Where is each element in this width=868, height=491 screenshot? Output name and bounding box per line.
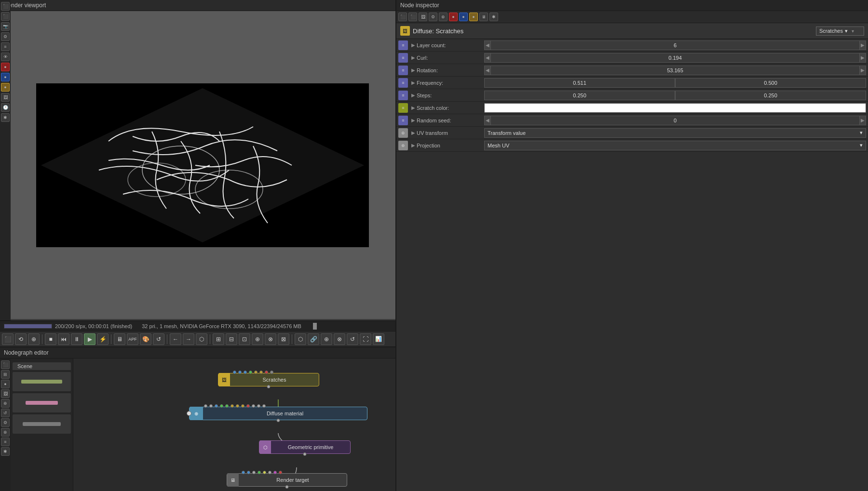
- row-value-steps-1[interactable]: 0.250: [484, 91, 675, 100]
- insp-icon-1[interactable]: ⬛: [398, 13, 407, 21]
- toolbar-3d-btn[interactable]: ⬡: [295, 333, 306, 345]
- toolbar-stop-btn[interactable]: ■: [45, 333, 56, 345]
- row-left-rotation[interactable]: ◀: [484, 66, 491, 75]
- toolbar-grid5-btn[interactable]: ⊗: [265, 333, 276, 345]
- toolbar-first-btn[interactable]: ⏮: [58, 333, 69, 345]
- row-expand-random-seed[interactable]: ▶: [410, 117, 417, 124]
- row-value-random-seed[interactable]: 0: [491, 116, 859, 125]
- insp-icon-10[interactable]: ✱: [489, 13, 498, 21]
- toolbar-sync-btn[interactable]: ↺: [347, 333, 358, 345]
- ng-sidebar-1[interactable]: ⬛: [1, 360, 10, 369]
- toolbar-play-btn[interactable]: ▶: [84, 333, 95, 345]
- row-value-freq-1[interactable]: 0.511: [484, 78, 675, 88]
- node-geom[interactable]: ⬡ Geometric primitive: [259, 440, 351, 454]
- row-value-scratch-color[interactable]: [484, 103, 866, 113]
- row-value-rotation[interactable]: 53.165: [491, 66, 859, 75]
- toolbar-expand-btn[interactable]: ⛶: [360, 333, 371, 345]
- toolbar-refresh-btn[interactable]: ↺: [153, 333, 164, 345]
- toolbar-fast-btn[interactable]: ⚡: [97, 333, 108, 345]
- toolbar-grid3-btn[interactable]: ⊡: [239, 333, 250, 345]
- toolbar-copy-btn[interactable]: ⊕: [321, 333, 332, 345]
- ng-sidebar-10[interactable]: ✱: [1, 447, 10, 456]
- toolbar-paste-btn[interactable]: ⊗: [334, 333, 345, 345]
- viewport-sidebar-icon-12[interactable]: ✱: [1, 113, 10, 122]
- mini-preview-1[interactable]: [13, 372, 71, 391]
- row-right-curl[interactable]: ▶: [859, 53, 866, 63]
- row-expand-steps[interactable]: ▶: [410, 92, 417, 99]
- viewport-sidebar-icon-11[interactable]: 🕐: [1, 103, 10, 112]
- viewport-sidebar-icon-6[interactable]: 👁: [1, 53, 10, 61]
- row-expand-frequency[interactable]: ▶: [410, 80, 417, 86]
- ng-sidebar-6[interactable]: ↺: [1, 409, 10, 417]
- toolbar-grid1-btn[interactable]: ⊞: [213, 333, 224, 345]
- toolbar-render-btn[interactable]: 🖥: [114, 333, 125, 345]
- node-scratches[interactable]: 🖼 Scratches: [218, 373, 319, 386]
- node-render[interactable]: 🖥 Render target: [227, 473, 347, 487]
- toolbar-grid6-btn[interactable]: ⊠: [278, 333, 289, 345]
- insp-icon-6[interactable]: ●: [449, 13, 458, 21]
- ng-sidebar-4[interactable]: 🖼: [1, 389, 10, 398]
- toolbar-apf-btn[interactable]: APF: [127, 333, 138, 345]
- row-expand-rotation[interactable]: ▶: [410, 67, 417, 74]
- insp-icon-4[interactable]: ⚙: [429, 13, 437, 21]
- row-value-layer[interactable]: 6: [491, 40, 859, 50]
- viewport-sidebar-icon-4[interactable]: ⚙: [1, 32, 10, 41]
- ng-sidebar-5[interactable]: ⊕: [1, 399, 10, 408]
- dot-3: [244, 371, 247, 374]
- viewport-sidebar-icon-8[interactable]: ●: [1, 73, 10, 81]
- toolbar-color-btn[interactable]: 🎨: [140, 333, 151, 345]
- toolbar-grid4-btn[interactable]: ⊕: [252, 333, 263, 345]
- insp-icon-5[interactable]: ⊕: [439, 13, 448, 21]
- toolbar-rotate-btn[interactable]: ⟲: [15, 333, 27, 345]
- row-right-layer[interactable]: ▶: [859, 40, 866, 50]
- row-value-uv-transform[interactable]: Transform value ▾: [484, 128, 866, 138]
- toolbar-arrow-right-btn[interactable]: →: [183, 333, 194, 345]
- node-canvas[interactable]: 🖼 Scratches: [73, 358, 395, 491]
- viewport-sidebar-icon-9[interactable]: ●: [1, 83, 10, 92]
- ng-sidebar-9[interactable]: ≡: [1, 438, 10, 446]
- viewport-sidebar-icon-5[interactable]: ≡: [1, 42, 10, 51]
- insp-icon-3[interactable]: 🖼: [419, 13, 427, 21]
- row-value-steps-2[interactable]: 0.250: [675, 91, 866, 100]
- inspector-dropdown[interactable]: Scratches ▾ ▾: [816, 27, 864, 36]
- rdot-2: [247, 471, 250, 474]
- viewport-sidebar-icon-7[interactable]: ●: [1, 63, 10, 71]
- row-left-layer[interactable]: ◀: [484, 40, 491, 50]
- toolbar-arrow-left-btn[interactable]: ←: [170, 333, 181, 345]
- insp-icon-2[interactable]: ⬛: [408, 13, 417, 21]
- row-expand-scratch-color[interactable]: ▶: [410, 105, 417, 111]
- toolbar-move-btn[interactable]: ⬛: [2, 333, 14, 345]
- toolbar-link-btn[interactable]: 🔗: [308, 333, 319, 345]
- row-left-random-seed[interactable]: ◀: [484, 116, 491, 125]
- insp-icon-8[interactable]: ●: [469, 13, 478, 21]
- ng-sidebar-8[interactable]: ⊗: [1, 428, 10, 437]
- ng-sidebar-3[interactable]: ●: [1, 380, 10, 388]
- row-right-random-seed[interactable]: ▶: [859, 116, 866, 125]
- row-value-projection[interactable]: Mesh UV ▾: [484, 141, 866, 150]
- viewport-sidebar-icon-3[interactable]: 📷: [1, 22, 10, 31]
- row-expand-layer[interactable]: ▶: [410, 42, 417, 49]
- mini-preview-3[interactable]: [13, 414, 71, 434]
- viewport-sidebar-icon-10[interactable]: 🖼: [1, 93, 10, 102]
- insp-icon-9[interactable]: 🖥: [479, 13, 488, 21]
- toolbar-chart-btn[interactable]: 📊: [373, 333, 384, 345]
- viewport-sidebar-icon-2[interactable]: ⬛: [1, 12, 10, 21]
- ng-sidebar-2[interactable]: ⊞: [1, 370, 10, 379]
- row-left-curl[interactable]: ◀: [484, 53, 491, 63]
- viewport-sidebar-icon-1[interactable]: ⬛: [1, 2, 10, 11]
- row-expand-uv-transform[interactable]: ▶: [410, 130, 417, 136]
- insp-icon-7[interactable]: ●: [459, 13, 468, 21]
- nodegraph-scene-tab[interactable]: Scene: [13, 362, 71, 370]
- row-expand-projection[interactable]: ▶: [410, 142, 417, 149]
- mini-preview-2[interactable]: [13, 393, 71, 412]
- node-diffuse[interactable]: ⊕ Diffuse material: [189, 407, 367, 420]
- ng-sidebar-7[interactable]: ⚙: [1, 418, 10, 427]
- toolbar-hex-btn[interactable]: ⬡: [196, 333, 207, 345]
- toolbar-scale-btn[interactable]: ⊕: [28, 333, 40, 345]
- row-right-rotation[interactable]: ▶: [859, 66, 866, 75]
- row-expand-curl[interactable]: ▶: [410, 54, 417, 61]
- toolbar-grid2-btn[interactable]: ⊟: [226, 333, 237, 345]
- toolbar-pause-btn[interactable]: ⏸: [71, 333, 82, 345]
- row-value-curl[interactable]: 0.194: [491, 53, 859, 63]
- row-value-freq-2[interactable]: 0.500: [675, 78, 866, 88]
